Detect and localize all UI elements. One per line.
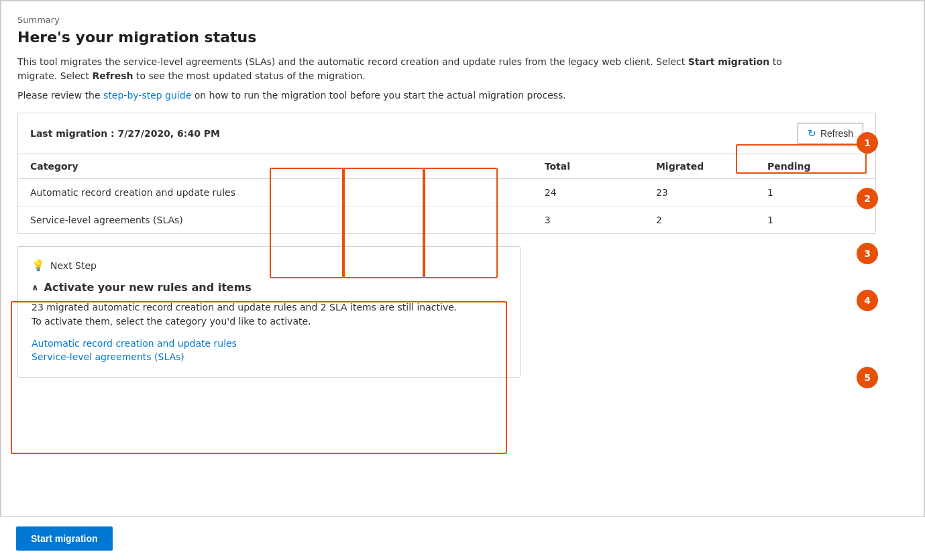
- callout-4: 4: [857, 290, 878, 311]
- cell-migrated: 2: [644, 207, 755, 234]
- bottom-bar: Start migration: [0, 516, 925, 560]
- guide-text: Please review the step-by-step guide on …: [17, 90, 908, 101]
- cell-total: 3: [533, 207, 644, 234]
- page-wrapper: Summary Here's your migration status Thi…: [1, 1, 924, 407]
- next-step-label: Next Step: [50, 260, 97, 271]
- description-text: This tool migrates the service-level agr…: [17, 55, 789, 83]
- activate-link-arc[interactable]: Automatic record creation and update rul…: [32, 338, 506, 349]
- cell-pending: 1: [755, 207, 875, 234]
- callout-1: 1: [857, 132, 878, 154]
- activate-link-sla[interactable]: Service-level agreements (SLAs): [32, 351, 506, 362]
- table-row: Service-level agreements (SLAs) 3 2 1: [18, 207, 875, 234]
- col-header-total: Total: [533, 154, 644, 179]
- summary-label: Summary: [17, 15, 908, 25]
- activate-section-title: ∧ Activate your new rules and items: [32, 281, 506, 294]
- start-migration-button[interactable]: Start migration: [16, 526, 113, 551]
- col-header-migrated: Migrated: [644, 154, 755, 179]
- bulb-icon: 💡: [32, 259, 45, 272]
- panel-header: Last migration : 7/27/2020, 6:40 PM ↻ Re…: [18, 113, 875, 154]
- callout-2: 2: [857, 188, 878, 209]
- callout-3: 3: [857, 243, 878, 264]
- activate-description: 23 migrated automatic record creation an…: [32, 300, 506, 329]
- cell-category: Automatic record creation and update rul…: [18, 179, 533, 207]
- next-step-header: 💡 Next Step: [32, 259, 506, 272]
- last-migration-label: Last migration : 7/27/2020, 6:40 PM: [30, 128, 220, 139]
- col-header-pending: Pending: [755, 154, 875, 179]
- cell-category: Service-level agreements (SLAs): [18, 207, 533, 234]
- next-step-box: 💡 Next Step ∧ Activate your new rules an…: [17, 246, 521, 378]
- callout-5: 5: [857, 367, 878, 388]
- refresh-button[interactable]: ↻ Refresh: [798, 123, 863, 144]
- refresh-icon: ↻: [808, 127, 816, 139]
- chevron-up-icon: ∧: [32, 282, 39, 292]
- table-row: Automatic record creation and update rul…: [18, 179, 875, 207]
- col-header-category: Category: [18, 154, 533, 179]
- cell-migrated: 23: [644, 179, 755, 207]
- migration-panel: Last migration : 7/27/2020, 6:40 PM ↻ Re…: [17, 113, 876, 234]
- guide-link[interactable]: step-by-step guide: [103, 90, 191, 101]
- activate-links: Automatic record creation and update rul…: [32, 338, 506, 362]
- migration-table: Category Total Migrated Pending Automati…: [18, 154, 875, 233]
- cell-total: 24: [533, 179, 644, 207]
- page-title: Here's your migration status: [17, 29, 908, 46]
